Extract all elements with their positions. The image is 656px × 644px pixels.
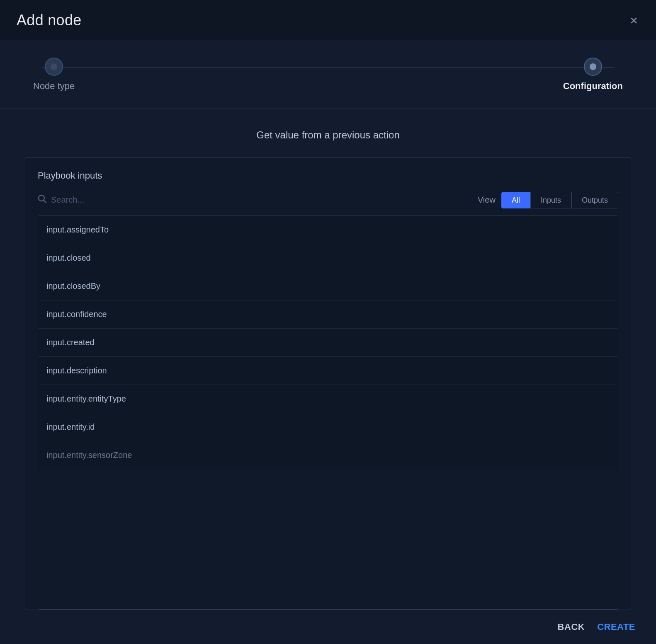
list-item[interactable]: input.closedBy	[38, 272, 618, 300]
stepper-item-configuration: Configuration	[563, 58, 623, 92]
tab-all[interactable]: All	[501, 192, 530, 208]
step-label-node-type: Node type	[33, 81, 75, 92]
search-input[interactable]	[51, 195, 469, 205]
stepper-section: Node type Configuration	[0, 41, 656, 109]
create-button[interactable]: CREATE	[597, 622, 635, 632]
list-item[interactable]: input.confidence	[38, 300, 618, 329]
list-item[interactable]: input.entity.entityType	[38, 385, 618, 413]
items-list: input.assignedToinput.closedinput.closed…	[38, 215, 618, 610]
step-label-configuration: Configuration	[563, 81, 623, 92]
list-item[interactable]: input.closed	[38, 244, 618, 272]
dialog-title: Add node	[17, 12, 82, 29]
step-circle-inner-node-type	[51, 63, 57, 70]
list-item[interactable]: input.entity.id	[38, 413, 618, 441]
dialog-footer: BACK CREATE	[0, 610, 656, 644]
add-node-dialog: Add node × Node type Configuration Get v…	[0, 0, 656, 644]
step-circle-node-type	[45, 58, 63, 76]
main-content: Get value from a previous action Playboo…	[0, 109, 656, 610]
stepper: Node type Configuration	[33, 58, 623, 92]
svg-line-1	[44, 201, 46, 203]
section-title: Get value from a previous action	[25, 129, 631, 141]
step-circle-configuration	[584, 58, 602, 76]
stepper-line	[42, 67, 614, 68]
tab-outputs[interactable]: Outputs	[571, 192, 618, 208]
step-circle-inner-configuration	[590, 63, 596, 70]
search-container	[38, 191, 469, 209]
list-item[interactable]: input.entity.sensorZone	[38, 441, 618, 469]
toolbar: View All Inputs Outputs	[38, 191, 618, 209]
playbook-inputs-panel: Playbook inputs View All Inputs	[25, 157, 631, 610]
view-label: View	[478, 195, 496, 205]
list-item[interactable]: input.description	[38, 357, 618, 385]
search-icon	[38, 194, 47, 206]
back-button[interactable]: BACK	[558, 622, 585, 632]
panel-title: Playbook inputs	[38, 170, 618, 181]
stepper-item-node-type: Node type	[33, 58, 75, 92]
close-button[interactable]: ×	[628, 12, 639, 29]
list-item[interactable]: input.assignedTo	[38, 216, 618, 244]
dialog-header: Add node ×	[0, 0, 656, 41]
list-item[interactable]: input.created	[38, 329, 618, 357]
view-controls: View All Inputs Outputs	[478, 192, 618, 208]
tab-inputs[interactable]: Inputs	[530, 192, 571, 208]
